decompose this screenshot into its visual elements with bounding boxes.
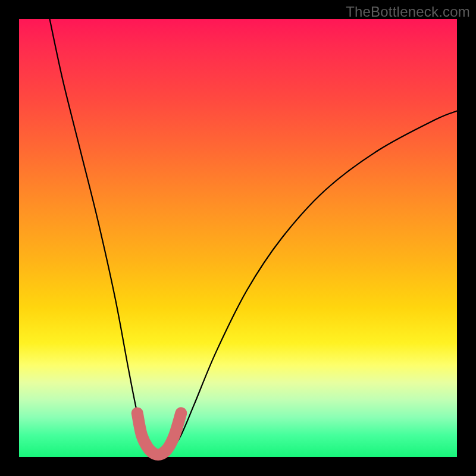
highlight-line [137,413,181,455]
highlight-dots [133,408,186,418]
watermark-text: TheBottleneck.com [346,4,470,20]
highlight-dot [133,408,142,418]
highlight-path [137,413,181,455]
bottleneck-curve [50,19,457,456]
chart-svg [19,19,457,457]
highlight-dot [176,408,186,418]
plot-area [19,19,457,457]
curve-path [50,19,457,456]
outer-frame: TheBottleneck.com [0,0,476,476]
